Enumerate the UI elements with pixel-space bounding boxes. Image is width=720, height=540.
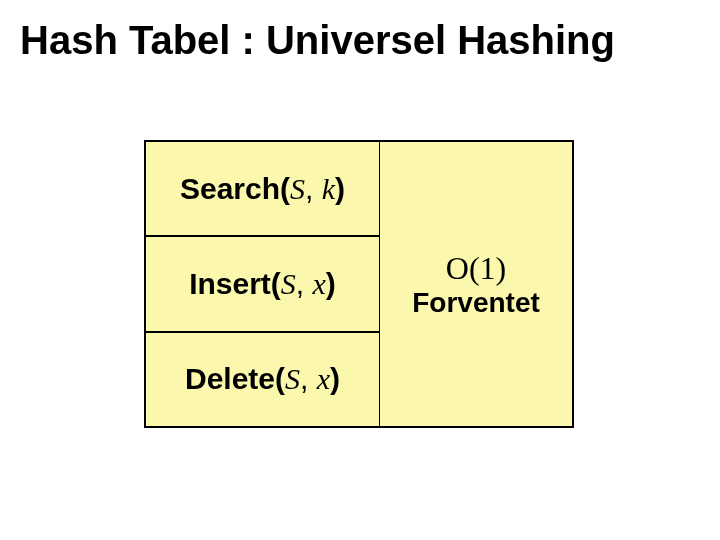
op-insert-cell: Insert(S, x) [146,236,380,331]
complexity-note: Forventet [412,287,540,319]
op-search-arg2: k [322,172,335,205]
operations-column: Search(S, k) Insert(S, x) Delete(S, x) [146,142,380,426]
op-delete-name: Delete [185,362,275,395]
paren-open: ( [271,267,281,300]
paren-open: ( [280,172,290,205]
paren-close: ) [326,267,336,300]
op-insert-name: Insert [189,267,271,300]
op-insert-arg1: S [281,267,296,300]
op-search-name: Search [180,172,280,205]
page-title: Hash Tabel : Universel Hashing [20,18,615,63]
comma: , [296,267,313,300]
op-delete-arg1: S [285,362,300,395]
comma: , [305,172,322,205]
complexity-column: O(1) Forventet [380,142,572,426]
op-insert-arg2: x [313,267,326,300]
complexity-table: Search(S, k) Insert(S, x) Delete(S, x) O… [144,140,574,428]
paren-open: ( [275,362,285,395]
op-delete-arg2: x [317,362,330,395]
big-o-value: O(1) [446,250,506,287]
paren-close: ) [335,172,345,205]
op-search-cell: Search(S, k) [146,142,380,236]
op-search-arg1: S [290,172,305,205]
paren-close: ) [330,362,340,395]
comma: , [300,362,317,395]
op-delete-cell: Delete(S, x) [146,332,380,426]
